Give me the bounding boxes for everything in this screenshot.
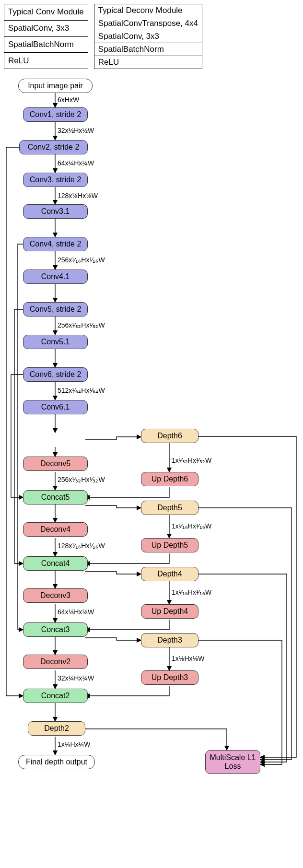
- node-conv51: Conv5.1: [23, 335, 88, 349]
- edge-label: 1x¹⁄₃₂Hx¹⁄₃₂W: [172, 457, 211, 464]
- node-deconv5: Deconv5: [23, 457, 88, 471]
- node-updepth5: Up Depth5: [141, 538, 198, 552]
- node-final: Final depth output: [18, 755, 95, 769]
- edge-label: 1x⅛Hx⅛W: [172, 655, 204, 662]
- deconv-module-table: Typical Deconv Module SpatialConvTranspo…: [94, 4, 202, 69]
- node-depth2: Depth2: [28, 721, 85, 736]
- deconv-module-row: SpatialConvTranspose, 4x4: [94, 17, 202, 30]
- edge-label: 256x¹⁄₃₂Hx¹⁄₃₂W: [58, 321, 105, 329]
- edge-label: 512x¹⁄₆₄Hx¹⁄₆₄W: [58, 387, 105, 394]
- edge-label: 1x¹⁄₁₆Hx¹⁄₁₆W: [172, 588, 211, 596]
- edge-label: 64x¼Hx¼W: [58, 159, 94, 167]
- node-concat3: Concat3: [23, 622, 88, 637]
- node-conv31: Conv3.1: [23, 204, 88, 219]
- node-depth4: Depth4: [141, 567, 198, 581]
- conv-module-row: SpatialBatchNorm: [4, 36, 88, 53]
- node-input: Input image pair: [18, 79, 93, 93]
- node-conv2: Conv2, stride 2: [19, 140, 88, 154]
- node-conv3: Conv3, stride 2: [23, 173, 88, 187]
- conv-module-row: SpatialConv, 3x3: [4, 20, 88, 36]
- edge-label: 128x⅛Hx⅛W: [58, 192, 98, 199]
- node-depth5: Depth5: [141, 501, 198, 515]
- node-conv41: Conv4.1: [23, 270, 88, 284]
- node-updepth3: Up Depth3: [141, 670, 198, 685]
- edge-label: 6xHxW: [58, 96, 79, 104]
- node-conv5: Conv5, stride 2: [23, 302, 88, 317]
- node-concat4: Concat4: [23, 556, 88, 571]
- node-conv4: Conv4, stride 2: [23, 237, 88, 251]
- edge-label: 256x¹⁄₃₂Hx¹⁄₃₂W: [58, 476, 105, 483]
- node-conv6: Conv6, stride 2: [23, 367, 88, 382]
- deconv-module-row: SpatialBatchNorm: [94, 43, 202, 56]
- node-conv61: Conv6.1: [23, 400, 88, 414]
- deconv-module-title: Typical Deconv Module: [94, 4, 202, 17]
- node-updepth4: Up Depth4: [141, 604, 198, 619]
- architecture-diagram: Input image pair 6xHxW Conv1, stride 2 3…: [4, 79, 299, 868]
- edge-label: 32x¼Hx¼W: [58, 674, 94, 682]
- node-concat2: Concat2: [23, 689, 88, 703]
- edge-label: 64x⅛Hx⅛W: [58, 608, 94, 616]
- edge-label: 32x½Hx½W: [58, 127, 94, 134]
- edge-label: 128x¹⁄₁₆Hx¹⁄₁₆W: [58, 542, 105, 550]
- node-depth6: Depth6: [141, 429, 198, 443]
- conv-module-table: Typical Conv Module SpatialConv, 3x3 Spa…: [4, 4, 88, 69]
- conv-module-title: Typical Conv Module: [4, 4, 88, 21]
- node-updepth6: Up Depth6: [141, 472, 198, 486]
- conv-module-row: ReLU: [4, 53, 88, 69]
- node-conv1: Conv1, stride 2: [23, 107, 88, 122]
- edge-label: 256x¹⁄₁₆Hx¹⁄₁₆W: [58, 256, 105, 264]
- deconv-module-row: ReLU: [94, 56, 202, 69]
- edge-label: 1x¹⁄₁₆Hx¹⁄₁₆W: [172, 522, 211, 530]
- node-deconv3: Deconv3: [23, 588, 88, 603]
- node-loss: MultiScale L1 Loss: [205, 750, 260, 774]
- node-deconv4: Deconv4: [23, 522, 88, 537]
- edge-label: 1x¼Hx¼W: [58, 740, 90, 748]
- deconv-module-row: SpatialConv, 3x3: [94, 30, 202, 43]
- node-depth3: Depth3: [141, 633, 198, 647]
- node-deconv2: Deconv2: [23, 655, 88, 669]
- node-concat5: Concat5: [23, 490, 88, 504]
